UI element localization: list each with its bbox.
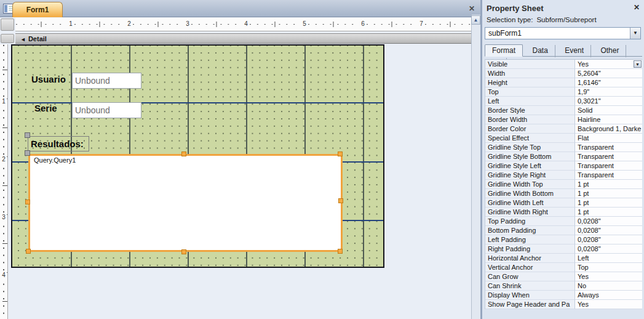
- property-value[interactable]: 1,9": [575, 87, 642, 97]
- property-value-text: 1 pt: [578, 180, 589, 188]
- property-tab[interactable]: Other: [594, 45, 626, 57]
- access-design-view: Form1 ✕ 1 2 3 4 5 6 7 ◄Detail 1 2 3: [0, 0, 644, 319]
- section-collapse-icon[interactable]: ◄: [20, 36, 26, 42]
- property-name: Border Color: [485, 124, 575, 134]
- property-sheet-title: Property Sheet: [487, 4, 543, 13]
- property-value[interactable]: 1 pt: [575, 198, 642, 208]
- vertical-scrollbar[interactable]: [471, 15, 480, 319]
- textbox-usuario[interactable]: Unbound: [72, 73, 141, 89]
- property-name: Special Effect: [485, 134, 575, 143]
- property-name: Gridline Width Left: [485, 198, 575, 208]
- property-value[interactable]: Yes: [575, 300, 642, 309]
- property-value[interactable]: 0,0208": [575, 235, 642, 244]
- property-name: Width: [485, 69, 575, 78]
- property-value[interactable]: 0,3021": [575, 97, 642, 106]
- property-tab[interactable]: Event: [558, 45, 591, 57]
- property-value[interactable]: Top: [575, 263, 642, 272]
- resize-handle-bottom-left[interactable]: [26, 249, 31, 254]
- object-selector-value: subForm1: [488, 29, 522, 38]
- property-tab[interactable]: Format: [485, 44, 523, 57]
- property-row: Height 1,6146": [485, 78, 642, 87]
- property-value[interactable]: 1,6146": [575, 78, 642, 87]
- grid-row-line: [12, 102, 383, 103]
- property-value[interactable]: Solid: [575, 106, 642, 115]
- property-tab[interactable]: Data: [525, 45, 555, 57]
- property-value-text: 0,0208": [578, 245, 601, 252]
- resize-handle-bottom[interactable]: [181, 249, 186, 254]
- label-serie[interactable]: Serie: [34, 103, 57, 113]
- resize-handle-right[interactable]: [338, 198, 343, 203]
- ruler-number: 3: [184, 20, 191, 27]
- property-value[interactable]: 1 pt: [575, 208, 642, 217]
- property-value[interactable]: Transparent: [575, 161, 642, 171]
- property-name: Can Shrink: [485, 281, 575, 291]
- section-selector-box[interactable]: [1, 34, 14, 43]
- property-row: Left 0,3021": [485, 97, 642, 106]
- property-name: Border Width: [485, 115, 575, 124]
- property-value[interactable]: Left: [575, 254, 642, 263]
- property-row: Gridline Style Top Transparent: [485, 143, 642, 152]
- close-icon[interactable]: ✕: [467, 4, 477, 14]
- property-value[interactable]: 5,2604": [575, 69, 642, 78]
- detail-section-bar[interactable]: ◄Detail: [15, 33, 471, 44]
- property-row: Border Color Background 1, Darke: [485, 124, 642, 134]
- property-value[interactable]: Flat: [575, 134, 642, 143]
- property-name: Can Grow: [485, 272, 575, 281]
- property-value[interactable]: 0,0208": [575, 226, 642, 235]
- property-row: Visible Yes ▼: [485, 60, 642, 69]
- horizontal-ruler[interactable]: 1 2 3 4 5 6 7: [15, 18, 471, 31]
- property-row: Right Padding 0,0208": [485, 244, 642, 254]
- property-value[interactable]: Background 1, Darke: [575, 124, 642, 134]
- property-value[interactable]: Transparent: [575, 171, 642, 180]
- resize-handle-top[interactable]: [181, 151, 186, 156]
- property-value[interactable]: Yes: [575, 272, 642, 281]
- label-resultados[interactable]: Resultados:: [28, 136, 89, 151]
- property-row: Top 1,9": [485, 87, 642, 97]
- property-value-text: Transparent: [578, 143, 614, 151]
- property-row: Gridline Width Bottom 1 pt: [485, 189, 642, 198]
- property-sheet-panel: Property Sheet ✕ Selection type:Subform/…: [482, 0, 644, 319]
- property-value-text: Hairline: [578, 116, 600, 123]
- tab-form1[interactable]: Form1: [12, 2, 63, 17]
- textbox-serie[interactable]: Unbound: [72, 102, 141, 118]
- ruler-number: 5: [301, 20, 308, 27]
- property-value-text: Top: [578, 264, 589, 271]
- property-value[interactable]: Hairline: [575, 115, 642, 124]
- scroll-up-icon[interactable]: ▲: [471, 15, 480, 25]
- property-value-text: 0,0208": [578, 236, 601, 243]
- move-handle[interactable]: [25, 150, 30, 156]
- resize-handle-left[interactable]: [25, 200, 30, 204]
- resize-handle-bottom-right[interactable]: [338, 249, 343, 254]
- close-icon[interactable]: ✕: [632, 3, 641, 12]
- property-value[interactable]: 1 pt: [575, 180, 642, 189]
- property-name: Gridline Style Right: [485, 171, 575, 180]
- property-value[interactable]: Yes ▼: [575, 60, 642, 69]
- property-value-text: 0,0208": [578, 227, 601, 234]
- property-name: Display When: [485, 291, 575, 300]
- property-row: Vertical Anchor Top: [485, 263, 642, 272]
- property-value[interactable]: No: [575, 281, 642, 291]
- object-selector-combo[interactable]: subForm1 ▼: [485, 27, 641, 39]
- property-value[interactable]: 0,0208": [575, 217, 642, 226]
- chevron-down-icon[interactable]: ▼: [630, 28, 640, 39]
- chevron-down-icon[interactable]: ▼: [634, 60, 642, 68]
- vertical-ruler[interactable]: 1 2 3 4: [0, 44, 8, 319]
- ruler-number: 4: [1, 272, 7, 278]
- property-value[interactable]: Transparent: [575, 143, 642, 152]
- property-value-text: Always: [578, 291, 599, 299]
- resize-handle-top-right[interactable]: [338, 151, 343, 156]
- form-selector-box[interactable]: [1, 18, 14, 31]
- property-row: Width 5,2604": [485, 69, 642, 78]
- property-name: Left: [485, 97, 575, 106]
- subform-control[interactable]: Query.Query1: [28, 154, 343, 252]
- property-name: Left Padding: [485, 235, 575, 244]
- property-value[interactable]: 1 pt: [575, 189, 642, 198]
- form-design-grid[interactable]: Usuario Unbound Serie Unbound Resultados…: [11, 44, 384, 268]
- property-value[interactable]: Transparent: [575, 152, 642, 161]
- property-value[interactable]: Always: [575, 291, 642, 300]
- property-row: Top Padding 0,0208": [485, 217, 642, 226]
- property-value-text: Solid: [578, 107, 592, 114]
- move-handle[interactable]: [25, 132, 30, 138]
- property-value[interactable]: 0,0208": [575, 244, 642, 254]
- label-usuario[interactable]: Usuario: [31, 74, 66, 84]
